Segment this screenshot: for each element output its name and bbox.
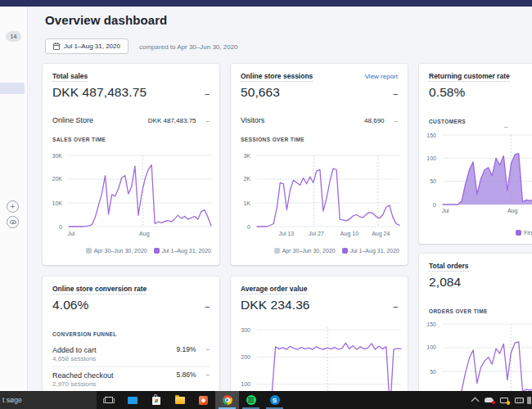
file-explorer-taskbar-button[interactable]	[168, 391, 192, 409]
partial-tray-icon[interactable]	[530, 397, 531, 404]
customers-chart	[443, 135, 532, 204]
comparison-dash: –	[205, 89, 210, 100]
keyboard-tray-icon[interactable]	[515, 398, 524, 403]
partial-icon	[527, 397, 531, 404]
view-report-link[interactable]: View report	[365, 73, 398, 80]
legend-swatch-purple	[342, 248, 348, 254]
comparison-dash: –	[206, 345, 210, 353]
display-tray-icon[interactable]	[500, 398, 508, 403]
channel-label: Online Store	[52, 116, 93, 124]
spotify-icon	[246, 395, 256, 405]
mail-taskbar-button[interactable]	[120, 391, 144, 409]
taskbar-search-input[interactable]: t søge	[0, 391, 97, 409]
sidebar: 14 +	[0, 7, 28, 391]
notification-count-badge: 14	[6, 31, 21, 42]
x-tick-label: Jul	[442, 208, 449, 213]
eye-icon[interactable]	[7, 216, 19, 228]
returning-customer-rate-card: Returning customer rate 0.58% CUSTOMERS …	[419, 64, 532, 244]
channel-value: DKK 487,483.75	[148, 117, 196, 124]
chart-canvas	[443, 135, 532, 204]
conversion-rate-card: Online store conversion rate 4.06% – CON…	[43, 276, 219, 409]
sidebar-item-selected[interactable]	[0, 83, 25, 94]
average-order-value-card: Average order value DKK 234.36 – 3002001…	[231, 276, 408, 409]
store-taskbar-button[interactable]	[144, 391, 168, 409]
store-icon	[152, 397, 160, 405]
calendar-icon	[53, 43, 60, 50]
legend-swatch-gray	[86, 248, 92, 254]
task-view-taskbar-button[interactable]	[97, 391, 120, 409]
taskbar-apps	[97, 391, 286, 409]
spotify-taskbar-button[interactable]	[239, 391, 263, 409]
online-store-sessions-card: Online store sessions View report 50,663…	[231, 64, 408, 265]
page-title: Overview dashboard	[45, 13, 167, 27]
hidden-icons-chevron-icon	[471, 398, 480, 406]
x-tick-label: Aug	[507, 208, 517, 213]
legend-swatch-gray	[274, 248, 280, 254]
date-range-button[interactable]: Jul 1–Aug 31, 2020	[45, 38, 128, 54]
y-tick-label: 50	[430, 369, 436, 375]
y-tick-label: 2K	[243, 176, 250, 182]
add-icon[interactable]: +	[7, 200, 19, 213]
chart-legend: Apr 30–Jun 30, 2020 Jul 1–Aug 31, 2020	[274, 248, 399, 254]
tray-badge-yellow	[507, 401, 511, 405]
card-title: Total sales	[52, 72, 88, 80]
onedrive-tray-icon[interactable]	[485, 398, 494, 402]
admin-top-bar	[0, 0, 532, 7]
x-tick-label: Jul 13	[279, 231, 295, 236]
funnel-row-reached-checkout: Reached checkout 2,970 sessions 5.86% –	[52, 371, 210, 389]
visitors-value: 48,690	[364, 117, 384, 124]
y-tick-label: 1K	[243, 200, 250, 206]
file-explorer-icon	[175, 397, 185, 404]
visitors-label: Visitors	[241, 116, 264, 124]
system-tray	[472, 391, 531, 409]
y-axis: 3K2K1K0	[231, 155, 254, 227]
legend-swatch-purple	[154, 248, 160, 254]
skype-icon	[270, 395, 280, 405]
card-title: Online store conversion rate	[52, 285, 147, 293]
hidden-icons-chevron-tray-icon[interactable]	[472, 396, 478, 404]
sales-chart	[69, 155, 211, 227]
section-label: SALES OVER TIME	[52, 137, 106, 142]
legend-swatch-purple	[516, 230, 521, 236]
divider	[52, 366, 210, 367]
comparison-dash: –	[394, 117, 398, 124]
chart-canvas	[257, 155, 399, 227]
comparison-dash: –	[206, 117, 210, 124]
y-tick-label: 100	[426, 344, 436, 350]
y-tick-label: 0	[247, 224, 250, 230]
funnel-value: 5.86%	[176, 371, 196, 379]
y-tick-label: 150	[426, 321, 436, 327]
y-tick-label: 200	[241, 354, 250, 360]
total-sales-card: Total sales DKK 487,483.75 – Online Stor…	[43, 64, 219, 265]
visitors-row: Visitors 48,690 –	[241, 116, 398, 124]
chrome-taskbar-button[interactable]	[215, 391, 239, 409]
office-taskbar-button[interactable]	[192, 391, 215, 409]
chart-legend: Apr 30–Jun 30, 2020 Jul 1–Aug 31, 2020	[86, 248, 211, 254]
channel-row: Online Store DKK 487,483.75 –	[52, 116, 210, 124]
chart-legend: First-time	[516, 230, 532, 236]
aov-value: DKK 234.36	[241, 298, 310, 312]
y-axis: 150100500	[419, 135, 440, 204]
comparison-dash: –	[393, 302, 398, 312]
y-tick-label: 150	[426, 133, 436, 138]
skype-taskbar-button[interactable]	[263, 391, 286, 409]
comparison-dash: –	[205, 302, 210, 312]
y-tick-label: 10K	[52, 200, 62, 206]
x-axis: Jul 13Jul 27Aug 10Aug 24	[257, 231, 399, 238]
x-axis: JulAug	[443, 208, 532, 215]
x-tick-label: Aug 24	[372, 231, 390, 236]
returning-rate-value: 0.58%	[429, 85, 465, 100]
y-tick-label: 3K	[243, 153, 250, 159]
y-tick-label: 50	[430, 178, 436, 184]
y-tick-label: 300	[241, 327, 250, 333]
total-sales-value: DKK 487,483.75	[52, 85, 147, 100]
card-title: Online store sessions	[241, 72, 313, 80]
y-tick-label: 100	[426, 155, 436, 161]
office-icon	[199, 396, 208, 405]
chrome-icon	[223, 395, 232, 405]
comparison-period-text: compared to Apr 30–Jun 30, 2020	[139, 43, 238, 51]
x-axis: JulAug	[69, 231, 211, 238]
y-tick-label: 100	[241, 381, 250, 387]
x-tick-label: Aug 10	[340, 231, 358, 236]
funnel-value: 9.19%	[176, 345, 196, 353]
